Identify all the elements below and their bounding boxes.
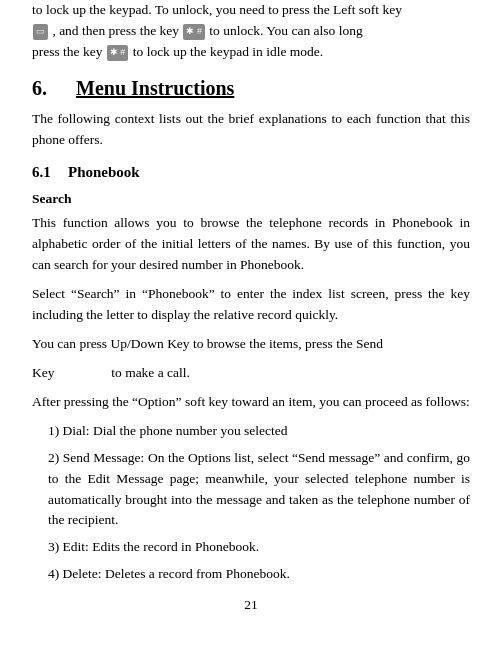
search-para2: Select “Search” in “Phonebook” to enter … — [32, 284, 470, 326]
page-number: 21 — [32, 595, 470, 615]
para3-text: You can press Up/Down Key to browse the … — [32, 336, 383, 351]
list-item-4: 4) Delete: Deletes a record from Phonebo… — [32, 564, 470, 585]
intro-line3-pre: press the key — [32, 44, 102, 59]
search-para5: After pressing the “Option” soft key tow… — [32, 392, 470, 413]
para4-text: to make a call. — [111, 365, 190, 380]
search-label: Search — [32, 189, 470, 209]
list-item-1: 1) Dial: Dial the phone number you selec… — [32, 421, 470, 442]
section6-1-number: 6.1 — [32, 161, 68, 184]
intro-line1: to lock up the keypad. To unlock, you ne… — [32, 2, 402, 17]
section6-1-header: 6.1 Phonebook — [32, 161, 470, 184]
key-icon-left: ▭ — [33, 24, 48, 40]
section6-title: Menu Instructions — [76, 73, 234, 103]
key1: ✱ # — [183, 24, 205, 40]
section6-header: 6. Menu Instructions — [32, 73, 470, 103]
key2: ✱ # — [107, 45, 129, 61]
list-item-3: 3) Edit: Edits the record in Phonebook. — [32, 537, 470, 558]
page-container: to lock up the keypad. To unlock, you ne… — [0, 0, 502, 615]
key-call-line: Key to make a call. — [32, 363, 470, 384]
search-para1: This function allows you to browse the t… — [32, 213, 470, 276]
intro-line2-pre: , and then press the key — [52, 23, 179, 38]
section6-1-title: Phonebook — [68, 161, 140, 184]
section6-intro: The following context lists out the brie… — [32, 109, 470, 151]
section6-number: 6. — [32, 73, 60, 103]
list-item-2: 2) Send Message: On the Options list, se… — [32, 448, 470, 532]
intro-line2-mid: to unlock. You can also long — [209, 23, 362, 38]
intro-paragraph: to lock up the keypad. To unlock, you ne… — [32, 0, 470, 63]
search-para3: You can press Up/Down Key to browse the … — [32, 334, 470, 355]
key-label: Key — [32, 365, 55, 380]
intro-line3-post: to lock up the keypad in idle mode. — [133, 44, 323, 59]
